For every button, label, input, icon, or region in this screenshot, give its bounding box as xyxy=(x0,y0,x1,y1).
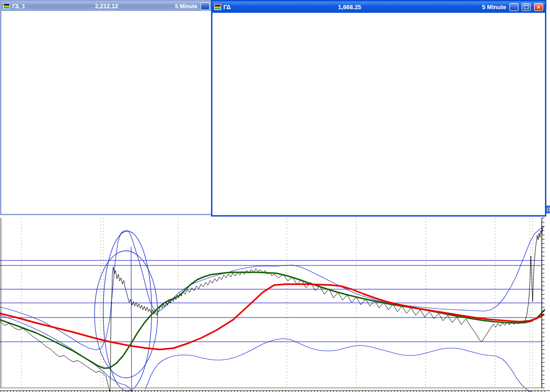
window-titlebar-active[interactable]: ΓΔ 1,668.25 5 Minute _ × xyxy=(212,1,545,13)
price-chart-weekly-annotated[interactable] xyxy=(0,217,550,392)
window-resize-grip[interactable] xyxy=(546,206,550,213)
last-price-value: 1,668.25 xyxy=(338,4,361,11)
minimize-button[interactable]: _ xyxy=(201,2,210,10)
series-bollinger-upper xyxy=(0,227,543,350)
close-button[interactable]: × xyxy=(534,3,543,11)
timeframe-label: 5 Minute xyxy=(482,4,506,11)
chart-document-icon xyxy=(3,3,10,9)
trading-application: ΓΔ_1 2,212.12 5 Minute _ nJulAugSepOctNo… xyxy=(0,0,550,392)
window-titlebar-inactive[interactable]: ΓΔ_1 2,212.12 5 Minute _ xyxy=(1,1,212,11)
timeframe-label: 5 Minute xyxy=(175,3,197,10)
series-volatility-spike xyxy=(131,247,132,392)
minimize-button[interactable]: _ xyxy=(509,3,518,11)
maximize-button[interactable] xyxy=(522,3,531,11)
chart-document-icon xyxy=(214,4,221,10)
chart-window-gd: ΓΔ 1,668.25 5 Minute _ × xyxy=(211,0,546,217)
window-title: ΓΔ xyxy=(223,4,231,11)
series-price xyxy=(0,226,544,392)
window-title: ΓΔ_1 xyxy=(12,3,25,10)
series-bollinger-lower-b xyxy=(145,339,532,392)
last-price-value: 2,212.12 xyxy=(95,3,118,10)
chart-window-gd1: ΓΔ_1 2,212.12 5 Minute _ xyxy=(0,0,213,215)
